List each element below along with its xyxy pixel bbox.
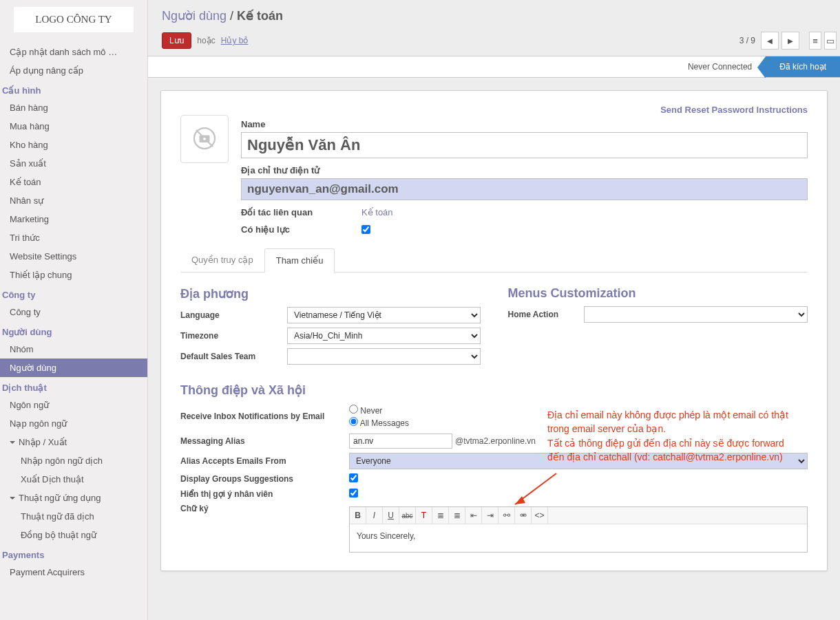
rte-btn-3[interactable]: abc: [399, 507, 416, 524]
sidebar-item-nh-p-xu-t[interactable]: Nhập / Xuất: [0, 433, 147, 451]
tabs: Quyền truy cập Tham chiếu: [180, 248, 808, 272]
rte-btn-4[interactable]: T: [416, 507, 432, 524]
sidebar-item-ng-i-d-ng[interactable]: Người dùng: [0, 359, 147, 377]
section-localization: Địa phương: [180, 286, 481, 301]
rte-toolbar: BIUabcT≣≣⇤⇥⚯⚮<>: [350, 507, 807, 524]
signature-body[interactable]: Yours Sincerely,: [350, 524, 807, 552]
next-button[interactable]: ►: [781, 32, 799, 50]
alias-input[interactable]: [349, 434, 452, 449]
cancel-link[interactable]: Hủy bỏ: [221, 36, 249, 45]
breadcrumb-current: Kế toán: [237, 9, 283, 23]
tab-preferences[interactable]: Tham chiếu: [264, 248, 335, 272]
timezone-select[interactable]: Asia/Ho_Chi_Minh: [287, 328, 481, 344]
alias-label: Messaging Alias: [180, 436, 349, 446]
svg-point-3: [202, 136, 207, 140]
inbox-never-label: Never: [360, 406, 382, 416]
language-select[interactable]: Vietnamese / Tiếng Việt: [287, 307, 481, 323]
active-label: Có hiệu lực: [241, 224, 348, 235]
inbox-all-radio[interactable]: [349, 417, 358, 426]
sidebar-header-c-u-h-nh: Cấu hình: [0, 80, 147, 98]
sidebar-item-b-n-h-ng[interactable]: Bán hàng: [0, 98, 147, 117]
sidebar-item-xu-t-d-ch-thu-t[interactable]: Xuất Dịch thuật: [0, 470, 147, 489]
sidebar-header-ng-i-d-ng: Người dùng: [0, 321, 147, 340]
sidebar-item-marketing[interactable]: Marketing: [0, 210, 147, 228]
inbox-notif-label: Receive Inbox Notifications by Email: [180, 411, 349, 421]
section-menus: Menus Customization: [508, 286, 808, 301]
sidebar-header-d-ch-thu-t: Dịch thuật: [0, 377, 147, 396]
annotation-arrow-icon: [508, 470, 563, 511]
name-label: Name: [241, 119, 808, 129]
home-action-select[interactable]: [584, 306, 808, 323]
rte-btn-1[interactable]: I: [366, 507, 383, 524]
sidebar-item-tri-th-c[interactable]: Tri thức: [0, 228, 147, 247]
inbox-never-radio[interactable]: [349, 405, 358, 414]
content-area: Send Reset Password Instructions Name Đị…: [148, 78, 840, 620]
active-checkbox[interactable]: [361, 224, 370, 235]
sidebar-header-c-ng-ty: Công ty: [0, 284, 147, 303]
toolbar: Lưu hoặc Hủy bỏ 3 / 9 ◄ ► ≡ ▭: [148, 29, 840, 56]
signature-editor: BIUabcT≣≣⇤⇥⚯⚮<> Yours Sincerely,: [349, 506, 808, 553]
tab-access-rights[interactable]: Quyền truy cập: [180, 248, 264, 272]
rte-btn-8[interactable]: ⇥: [482, 507, 498, 524]
sidebar-item-k-to-n[interactable]: Kế toán: [0, 173, 147, 191]
email-input[interactable]: [241, 178, 808, 200]
rte-btn-7[interactable]: ⇤: [465, 507, 482, 524]
groups-suggest-checkbox[interactable]: [349, 473, 358, 482]
sidebar-item-nh-n-s-[interactable]: Nhân sự: [0, 191, 147, 210]
sidebar-item-thu-t-ng-ng-d-ng[interactable]: Thuật ngữ ứng dụng: [0, 489, 147, 507]
rte-btn-6[interactable]: ≣: [449, 507, 465, 524]
send-reset-password-link[interactable]: Send Reset Password Instructions: [660, 105, 808, 115]
sidebar-item-nh-p-ng-n-ng-d-ch[interactable]: Nhập ngôn ngữ dịch: [0, 451, 147, 470]
sidebar-header-payments: Payments: [0, 544, 147, 563]
sidebar-item-c-ng-ty[interactable]: Công ty: [0, 303, 147, 321]
sidebar-item-nh-m[interactable]: Nhóm: [0, 340, 147, 359]
camera-icon: [192, 126, 217, 153]
annotation-text: Địa chỉ email này không được phép là một…: [547, 408, 795, 464]
avatar-placeholder[interactable]: [180, 115, 229, 163]
status-never-connected[interactable]: Never Connected: [674, 56, 766, 77]
rte-btn-0[interactable]: B: [350, 507, 366, 524]
company-logo: LOGO CÔNG TY: [14, 7, 134, 32]
sidebar-item-payment-acquirers[interactable]: Payment Acquirers: [0, 563, 147, 581]
sidebar-item-thi-t-l-p-chung[interactable]: Thiết lập chung: [0, 266, 147, 284]
alias-accept-label: Alias Accepts Emails From: [180, 456, 349, 466]
save-button[interactable]: Lưu: [162, 32, 191, 49]
sidebar-item-thu-t-ng-d-ch[interactable]: Thuật ngữ đã dịch: [0, 507, 147, 526]
groups-suggest-label: Display Groups Suggestions: [180, 474, 349, 484]
sidebar-item-mua-h-ng[interactable]: Mua hàng: [0, 117, 147, 136]
status-activated[interactable]: Đã kích hoạt: [766, 56, 840, 77]
employee-suggest-checkbox[interactable]: [349, 489, 358, 498]
sidebar-item-s-n-xu-t[interactable]: Sản xuất: [0, 154, 147, 173]
sidebar-item-kho-h-ng[interactable]: Kho hàng: [0, 136, 147, 154]
sidebar-item-c-p-nh-t-danh-s-ch-m-[interactable]: Cập nhật danh sách mô …: [0, 43, 147, 61]
email-label: Địa chỉ thư điện tử: [241, 165, 808, 175]
sidebar-item-website-settings[interactable]: Website Settings: [0, 247, 147, 266]
form-view-button[interactable]: ▭: [824, 32, 837, 50]
home-action-label: Home Action: [508, 310, 584, 319]
list-view-button[interactable]: ≡: [809, 32, 821, 50]
breadcrumb: Người dùng / Kế toán: [148, 0, 840, 29]
main: Người dùng / Kế toán Lưu hoặc Hủy bỏ 3 /…: [148, 0, 840, 620]
inbox-all-label: All Messages: [360, 418, 409, 428]
partner-link[interactable]: Kế toán: [361, 207, 393, 217]
sidebar-item-n-p-ng-n-ng-[interactable]: Nạp ngôn ngữ: [0, 414, 147, 433]
breadcrumb-parent[interactable]: Người dùng: [162, 9, 227, 23]
sales-team-select[interactable]: [287, 348, 481, 365]
sidebar-item--ng-b-thu-t-ng-[interactable]: Đồng bộ thuật ngữ: [0, 526, 147, 544]
language-label: Language: [180, 310, 287, 320]
sidebar-item--p-d-ng-n-ng-c-p[interactable]: Áp dụng nâng cấp: [0, 61, 147, 80]
timezone-label: Timezone: [180, 331, 287, 341]
signature-label: Chữ ký: [180, 504, 349, 513]
alias-domain: @tvtma2.erponline.vn: [455, 436, 536, 446]
page-counter: 3 / 9: [739, 36, 755, 45]
sales-team-label: Default Sales Team: [180, 352, 287, 361]
partner-label: Đối tác liên quan: [241, 207, 348, 217]
rte-btn-2[interactable]: U: [383, 507, 399, 524]
prev-button[interactable]: ◄: [761, 32, 779, 50]
name-input[interactable]: [241, 132, 808, 158]
employee-suggest-label: Hiển thị gợi ý nhân viên: [180, 489, 349, 499]
or-text: hoặc: [197, 36, 215, 45]
sidebar-item-ng-n-ng-[interactable]: Ngôn ngữ: [0, 396, 147, 414]
statusbar: Never Connected Đã kích hoạt: [148, 56, 840, 78]
rte-btn-5[interactable]: ≣: [432, 507, 449, 524]
